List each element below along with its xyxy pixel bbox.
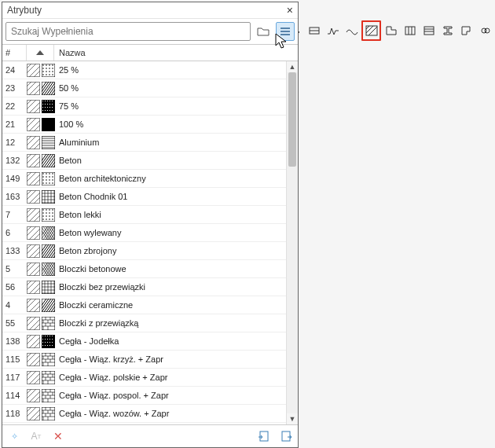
row-id: 7 [2, 210, 26, 219]
svg-rect-285 [42, 335, 55, 348]
list-item[interactable]: 4Bloczki ceramiczne [2, 296, 287, 314]
svg-point-43 [46, 74, 47, 75]
list-item[interactable]: 133Beton zbrojony [2, 242, 287, 260]
toolbar-btn-composite[interactable] [401, 21, 419, 40]
list-item[interactable]: 6Beton wylewany [2, 224, 287, 242]
svg-rect-288 [47, 336, 48, 336]
svg-rect-78 [47, 107, 48, 108]
fill-swatch-icon [42, 190, 55, 204]
svg-point-162 [42, 209, 44, 211]
svg-point-34 [42, 68, 44, 69]
svg-rect-294 [50, 339, 50, 340]
list-view-icon[interactable] [276, 22, 295, 41]
list-item[interactable]: 2425 % [2, 61, 287, 79]
svg-point-171 [46, 215, 47, 217]
list-item[interactable]: 141Cegła - Wiązanie flamandzkie - 10.16/… [2, 423, 287, 424]
fill-swatch-icon [42, 263, 55, 276]
svg-rect-347 [42, 389, 55, 402]
list-item[interactable]: 163Beton Chodnik 01 [2, 188, 287, 206]
svg-point-163 [46, 209, 47, 211]
list-item[interactable]: 2350 % [2, 79, 287, 97]
svg-point-172 [49, 215, 50, 217]
svg-rect-329 [42, 371, 55, 384]
toolbar-btn-pen[interactable] [305, 21, 323, 40]
svg-point-126 [49, 173, 50, 174]
new-icon[interactable]: ✧ [7, 429, 21, 443]
hatch-type-icon [27, 407, 40, 420]
attributes-panel: Atrybuty × # Nazwa 2425 %2350 %2275 %211… [2, 2, 299, 448]
row-id: 55 [2, 318, 26, 328]
list-item[interactable]: 56Bloczki bez przewiązki [2, 278, 287, 296]
list-item[interactable]: 21100 % [2, 116, 287, 134]
svg-point-177 [52, 218, 53, 220]
toolbar-btn-wave[interactable] [343, 21, 361, 40]
row-id: 24 [2, 65, 26, 75]
row-name: Bloczki bez przewiązki [56, 282, 287, 292]
list-item[interactable]: 118Cegła - Wiąz. wozów. + Zapr [2, 405, 287, 423]
row-name: 25 % [56, 65, 287, 75]
svg-point-173 [52, 215, 53, 217]
folder-icon[interactable] [254, 22, 273, 41]
svg-rect-289 [50, 336, 50, 336]
hatch-type-icon [27, 100, 40, 113]
close-icon[interactable]: × [287, 2, 293, 18]
list-item[interactable]: 7Beton lekki [2, 206, 287, 224]
svg-rect-80 [52, 107, 53, 108]
svg-rect-183 [42, 226, 55, 240]
svg-rect-85 [52, 110, 53, 111]
row-name: Cegła - Wiąz. krzyż. + Zapr [56, 354, 287, 364]
column-id[interactable]: # [2, 45, 27, 61]
toolbar-btn-link[interactable] [476, 21, 494, 40]
toolbar-btn-layers[interactable] [324, 21, 342, 40]
export-icon[interactable] [279, 429, 293, 443]
column-sort[interactable] [27, 45, 54, 61]
svg-rect-237 [42, 281, 55, 294]
hatch-type-icon [27, 371, 40, 384]
row-name: Beton wylewany [56, 228, 287, 237]
list-item[interactable]: 12Aluminium [2, 134, 287, 152]
row-id: 56 [2, 282, 26, 292]
list-item[interactable]: 114Cegła - Wiąz. pospol. + Zapr [2, 387, 287, 405]
scroll-thumb[interactable] [288, 72, 296, 167]
list-item[interactable]: 138Cegła - Jodełka [2, 332, 287, 351]
list-item[interactable]: 5Bloczki betonowe [2, 260, 287, 278]
rename-icon[interactable]: AT [29, 429, 43, 443]
hatch-type-icon [27, 335, 40, 348]
list-item[interactable]: 149Beton architektoniczny [2, 170, 287, 188]
toolbar-btn-profile[interactable] [382, 21, 400, 40]
delete-icon[interactable]: ✕ [51, 429, 65, 443]
toolbar-btn-zone[interactable] [457, 21, 475, 40]
list-item[interactable]: 115Cegła - Wiąz. krzyż. + Zapr [2, 351, 287, 369]
list-item[interactable]: 132Beton [2, 152, 287, 170]
toolbar-btn-ibeam[interactable] [438, 21, 456, 40]
svg-rect-295 [52, 339, 53, 340]
list-item[interactable]: 55Bloczki z przewiązką [2, 314, 287, 332]
scroll-up-icon[interactable]: ▲ [287, 61, 298, 72]
svg-point-128 [42, 176, 44, 178]
svg-rect-365 [42, 407, 55, 420]
svg-rect-299 [50, 342, 50, 343]
svg-point-130 [49, 176, 50, 178]
list-item[interactable]: 117Cegła - Wiąz. polskie + Zapr [2, 369, 287, 387]
svg-rect-287 [45, 336, 46, 336]
scroll-down-icon[interactable]: ▼ [287, 413, 298, 424]
search-input[interactable] [6, 22, 251, 41]
toolbar-btn-stack[interactable] [420, 21, 438, 40]
toolbar-btn-hatch[interactable] [361, 20, 381, 41]
scrollbar[interactable]: ▲ ▼ [286, 61, 298, 424]
hatch-type-icon [27, 136, 40, 149]
svg-point-33 [52, 64, 53, 66]
svg-point-137 [46, 182, 47, 184]
row-id: 117 [2, 373, 26, 382]
column-name[interactable]: Nazwa [54, 45, 298, 61]
svg-point-134 [49, 179, 50, 181]
fill-swatch-icon [42, 100, 55, 113]
svg-rect-301 [42, 345, 43, 346]
row-name: 100 % [56, 119, 287, 129]
import-icon[interactable] [257, 429, 271, 443]
list-item[interactable]: 2275 % [2, 97, 287, 116]
svg-point-135 [52, 179, 53, 181]
svg-rect-305 [52, 345, 53, 346]
row-id: 118 [2, 409, 26, 418]
svg-point-166 [42, 212, 44, 214]
